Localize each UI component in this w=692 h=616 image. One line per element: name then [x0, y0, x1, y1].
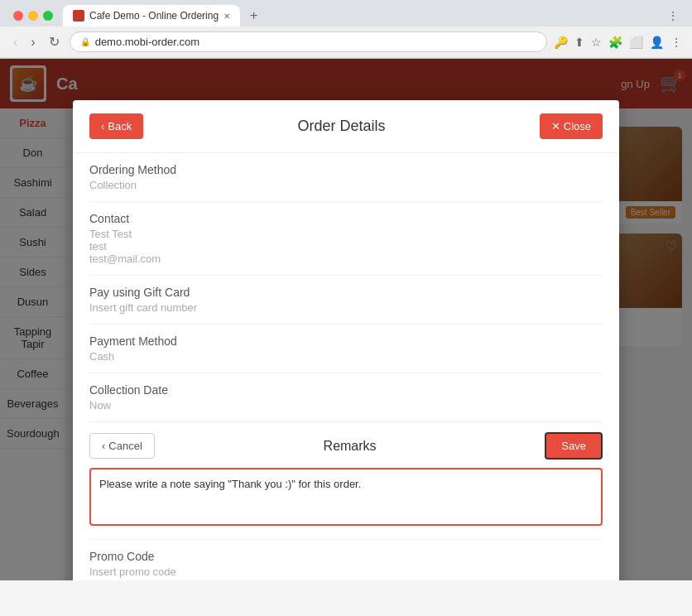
- browser-tab[interactable]: Cafe Demo - Online Ordering ✕: [63, 5, 240, 26]
- order-details-modal: ‹ Back Order Details ✕ Close Ordering Me…: [73, 100, 619, 580]
- puzzle-icon[interactable]: 🧩: [608, 36, 622, 49]
- back-label: Back: [108, 120, 132, 132]
- nav-bar: ‹ › ↻ 🔒 demo.mobi-order.com 🔑 ⬆ ☆ 🧩 ⬜ 👤 …: [0, 26, 692, 58]
- tab-favicon: [73, 10, 84, 22]
- ordering-method-value: Collection: [89, 179, 603, 191]
- window-icon[interactable]: ⬜: [629, 36, 643, 49]
- maximize-dot[interactable]: [43, 11, 53, 21]
- browser-dots: [7, 11, 60, 21]
- tab-label: Cafe Demo - Online Ordering: [89, 10, 219, 22]
- payment-method-section: Payment Method Cash: [89, 325, 603, 373]
- modal-title: Order Details: [297, 118, 385, 135]
- nav-icons: 🔑 ⬆ ☆ 🧩 ⬜ 👤 ⋮: [554, 36, 682, 49]
- close-label: Close: [564, 120, 591, 132]
- refresh-button[interactable]: ↻: [46, 32, 63, 51]
- forward-button[interactable]: ›: [27, 33, 38, 51]
- star-icon[interactable]: ☆: [591, 36, 602, 49]
- promo-code-input[interactable]: Insert promo code: [89, 565, 603, 578]
- remarks-section: ‹ Cancel Remarks Save Please write a not…: [89, 422, 603, 539]
- gift-card-label: Pay using Gift Card: [89, 286, 603, 299]
- collection-date-value: Now: [89, 399, 603, 411]
- close-x-icon: ✕: [551, 120, 560, 132]
- modal-back-button[interactable]: ‹ Back: [89, 113, 143, 139]
- page-content: ☕ Ca gn Up 🛒 1 Pizza Don Sashimi Salad S…: [0, 59, 692, 580]
- key-icon[interactable]: 🔑: [554, 36, 568, 49]
- browser-menu-icon[interactable]: ⋮: [667, 9, 685, 22]
- tab-close-icon[interactable]: ✕: [223, 12, 230, 21]
- payment-method-value: Cash: [89, 350, 603, 363]
- gift-card-value: Insert gift card number: [89, 301, 603, 314]
- remarks-cancel-button[interactable]: ‹ Cancel: [89, 433, 155, 459]
- browser-chrome: Cafe Demo - Online Ordering ✕ + ⋮ ‹ › ↻ …: [0, 0, 692, 59]
- modal-body: Ordering Method Collection Contact Test …: [73, 153, 619, 580]
- promo-code-label: Promo Code: [89, 550, 603, 563]
- ordering-method-label: Ordering Method: [89, 163, 603, 176]
- payment-method-label: Payment Method: [89, 334, 603, 348]
- collection-date-section: Collection Date Now: [89, 373, 603, 422]
- tab-bar: Cafe Demo - Online Ordering ✕ + ⋮: [0, 0, 692, 26]
- cancel-label: Cancel: [108, 440, 142, 452]
- modal-header: ‹ Back Order Details ✕ Close: [73, 100, 619, 153]
- ordering-method-section: Ordering Method Collection: [89, 153, 603, 202]
- promo-code-section: Promo Code Insert promo code: [89, 539, 603, 580]
- remarks-title: Remarks: [324, 439, 377, 454]
- back-chevron-icon: ‹: [101, 120, 104, 132]
- minimize-dot[interactable]: [28, 11, 38, 21]
- modal-close-button[interactable]: ✕ Close: [540, 113, 603, 139]
- address-bar[interactable]: 🔒 demo.mobi-order.com: [70, 31, 547, 52]
- lock-icon: 🔒: [80, 37, 90, 46]
- new-tab-button[interactable]: +: [243, 5, 264, 26]
- profile-icon[interactable]: 👤: [650, 36, 664, 49]
- remarks-textarea[interactable]: Please write a note saying "Thank you :)…: [89, 468, 603, 526]
- contact-value: Test Test test test@mail.com: [89, 228, 603, 265]
- remarks-header: ‹ Cancel Remarks Save: [89, 432, 603, 460]
- cancel-chevron-icon: ‹: [102, 440, 105, 452]
- gift-card-section: Pay using Gift Card Insert gift card num…: [89, 276, 603, 325]
- remarks-save-button[interactable]: Save: [545, 432, 603, 460]
- contact-label: Contact: [89, 212, 603, 225]
- collection-date-label: Collection Date: [89, 383, 603, 397]
- back-button[interactable]: ‹: [10, 33, 21, 51]
- url-text: demo.mobi-order.com: [95, 36, 199, 48]
- contact-section: Contact Test Test test test@mail.com: [89, 202, 603, 276]
- close-dot[interactable]: [13, 11, 23, 21]
- share-icon[interactable]: ⬆: [574, 36, 584, 49]
- menu-icon[interactable]: ⋮: [670, 36, 682, 49]
